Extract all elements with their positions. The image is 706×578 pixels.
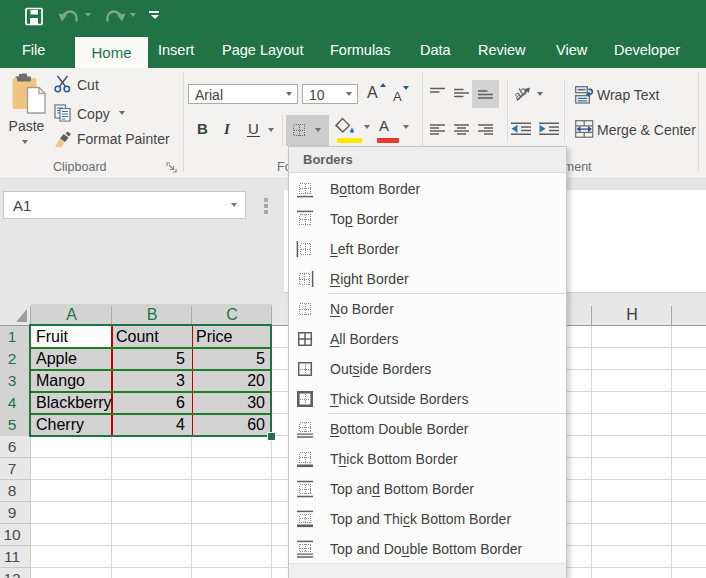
svg-text:ab: ab — [512, 84, 530, 103]
